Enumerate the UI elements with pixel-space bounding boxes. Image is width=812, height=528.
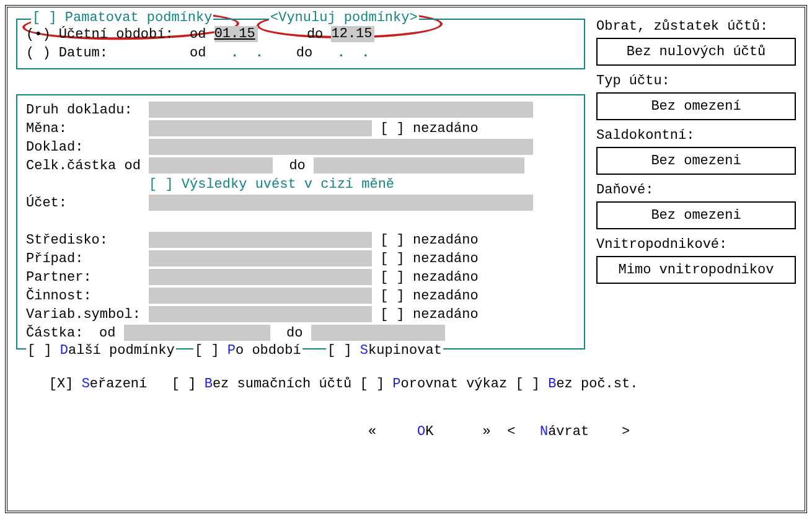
ucet-input[interactable] [149, 195, 533, 211]
radio-period[interactable]: (•) Účetní období: [26, 27, 174, 42]
dialog-frame: [ ] Pamatovat podmínky <Vynuluj podmínky… [5, 5, 807, 513]
danove-label: Daňové: [596, 182, 796, 198]
cinnost-input[interactable] [149, 288, 372, 304]
saldo-label: Saldokontní: [596, 128, 796, 143]
period-to-input[interactable]: 12.15 [331, 26, 374, 42]
porovnat-checkbox[interactable]: [ ] Porovnat výkaz [360, 376, 516, 392]
label-mena: Měna: [26, 121, 149, 136]
do-label-castka: do [286, 325, 302, 341]
label-partner: Partner: [26, 270, 149, 285]
skupinovat-checkbox[interactable]: [ ] Skupinovat [326, 343, 443, 358]
date-to-input[interactable]: . . [337, 45, 370, 61]
ok-next-button[interactable]: » [483, 424, 491, 439]
saldo-button[interactable]: Bez omezeni [596, 147, 796, 175]
remember-conditions-checkbox[interactable]: [ ] Pamatovat podmínky [31, 10, 213, 25]
period-group: [ ] Pamatovat podmínky <Vynuluj podmínky… [16, 19, 585, 69]
filters-group: Druh dokladu: Měna: [ ] nezadáno Doklad:… [16, 94, 585, 350]
do-label-celk: do [289, 158, 305, 174]
od-label-date: od [190, 45, 206, 61]
label-druh-dokladu: Druh dokladu: [26, 102, 149, 118]
obrat-button[interactable]: Bez nulových účtů [596, 38, 796, 66]
label-variab: Variab.symbol: [26, 307, 149, 322]
label-stredisko: Středisko: [26, 232, 149, 248]
stredisko-nezadano-checkbox[interactable]: nezadáno [413, 232, 479, 248]
navrat-button[interactable]: < Návrat > [507, 424, 630, 439]
reset-conditions-button[interactable]: <Vynuluj podmínky> [269, 10, 419, 25]
mena-nezadano-checkbox[interactable]: nezadáno [413, 121, 479, 136]
pripad-nezadano-checkbox[interactable]: nezadáno [413, 251, 479, 266]
label-doklad: Doklad: [26, 139, 149, 155]
foreign-currency-checkbox[interactable]: [ ] Výsledky uvést v cizí měně [149, 177, 394, 192]
po-obdobi-checkbox[interactable]: [ ] Po období [193, 343, 302, 358]
partner-nezadano-checkbox[interactable]: nezadáno [413, 270, 479, 285]
do-label-period: do [307, 27, 323, 42]
danove-button[interactable]: Bez omezeni [596, 201, 796, 229]
ok-prev-button[interactable]: « [368, 424, 376, 439]
pripad-input[interactable] [149, 250, 372, 266]
typ-uctu-label: Typ účtu: [596, 73, 796, 89]
period-from-input[interactable]: 01.15 [214, 26, 258, 42]
typ-uctu-button[interactable]: Bez omezení [596, 92, 796, 120]
celk-castka-do-input[interactable] [314, 157, 524, 174]
do-label-date: do [296, 45, 312, 61]
vnitro-button[interactable]: Mimo vnitropodnikov [596, 256, 796, 284]
obrat-label: Obrat, zůstatek účtů: [596, 19, 796, 34]
label-ucet: Účet: [26, 195, 149, 211]
label-celk-castka: Celk.částka od [26, 158, 149, 174]
od-label-castka: od [99, 325, 115, 341]
variab-input[interactable] [149, 306, 372, 322]
serazeni-checkbox[interactable]: [X] Seřazení [49, 376, 147, 392]
label-pripad: Případ: [26, 251, 149, 266]
doklad-input[interactable] [149, 139, 533, 155]
ok-button[interactable]: OK [417, 424, 433, 439]
vnitro-label: Vnitropodnikové: [596, 237, 796, 252]
dalsi-podminky-checkbox[interactable]: [ ] Další podmínky [26, 343, 176, 358]
bez-sumacnich-checkbox[interactable]: Bez sumačních účtů [205, 376, 360, 392]
label-cinnost: Činnost: [26, 288, 149, 304]
celk-castka-od-input[interactable] [149, 157, 273, 174]
label-castka: Částka: [26, 325, 99, 341]
partner-input[interactable] [149, 269, 372, 285]
stredisko-input[interactable] [149, 232, 372, 248]
od-label-1 [174, 27, 190, 42]
cinnost-nezadano-checkbox[interactable]: nezadáno [413, 288, 479, 304]
mena-input[interactable] [149, 120, 372, 136]
variab-nezadano-checkbox[interactable]: nezadáno [413, 307, 479, 322]
date-from-input[interactable]: . . [231, 45, 263, 61]
bez-poc-st-checkbox[interactable]: [ ] Bez poč.st. [515, 376, 638, 392]
castka-od-input[interactable] [124, 325, 270, 341]
od-label-period: od [190, 27, 206, 42]
castka-do-input[interactable] [311, 325, 445, 341]
radio-date[interactable]: ( ) Datum: [26, 45, 108, 61]
druh-dokladu-input[interactable] [149, 102, 533, 118]
